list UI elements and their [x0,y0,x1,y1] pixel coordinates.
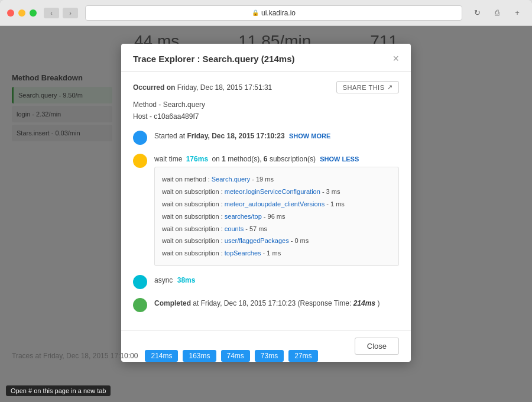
started-dot [133,131,147,145]
timeline-wait: wait time 176ms on 1 method(s), 6 subscr… [133,153,399,266]
wait-label: wait time [154,155,182,163]
wait-sub-2-link[interactable]: meteor_autoupdate_clientVersions [225,200,325,208]
wait-details: wait on method : Search.query - 19 ms wa… [154,167,399,266]
modal-title: Trace Explorer : Search.query (214ms) [133,54,294,64]
url-text: ui.kadira.io [261,9,296,17]
browser-window: ‹ › 🔒 ui.kadira.io ↻ ⎙ + 44 ms 11.85/min… [0,0,532,402]
wait-method-link[interactable]: Search.query [212,176,250,183]
show-more-button[interactable]: SHOW MORE [289,132,330,140]
address-bar[interactable]: 🔒 ui.kadira.io [85,5,462,21]
occurred-on-text: Occurred on Friday, Dec 18, 2015 17:51:3… [133,83,272,92]
wait-time-value: 176ms [186,155,208,163]
share-button[interactable]: SHARE THIS ↗ [336,81,399,93]
host-line: Host - c10a6aa489f7 [133,112,399,121]
wait-detail-0-value: 19 ms [256,176,274,183]
reload-button[interactable]: ↻ [469,8,485,18]
page-content: 44 ms 11.85/min 711 Method Breakdown Sea… [0,26,532,402]
lock-icon: 🔒 [252,9,259,16]
browser-actions: ↻ ⎙ + [469,8,525,18]
share-label: SHARE THIS [343,84,385,91]
maximize-traffic-light[interactable] [30,9,37,17]
share-icon: ↗ [387,83,393,91]
timeline-started: Started at Friday, Dec 18, 2015 17:10:23… [133,130,399,145]
completed-content: Completed at Friday, Dec 18, 2015 17:10:… [154,297,399,307]
trace-badge-0[interactable]: 214ms [145,350,178,362]
completed-label: Completed [154,299,191,307]
modal-body: Occurred on Friday, Dec 18, 2015 17:51:3… [121,72,411,330]
browser-titlebar: ‹ › 🔒 ui.kadira.io ↻ ⎙ + [0,0,532,26]
wait-detail-1: wait on subscription : meteor.loginServi… [162,186,391,198]
traces-bar: Traces at Friday, Dec 18, 2015 17:10:00 … [12,350,520,362]
forward-button[interactable]: › [63,8,78,18]
close-paren: ) [377,299,379,307]
timeline-completed: Completed at Friday, Dec 18, 2015 17:10:… [133,297,399,312]
method-line: Method - Search.query [133,100,399,109]
started-content: Started at Friday, Dec 18, 2015 17:10:23… [154,130,399,140]
trace-badge-4[interactable]: 27ms [288,350,317,362]
modal-header: Trace Explorer : Search.query (214ms) × [121,44,411,72]
wait-methods-label: method(s), [228,155,261,163]
wait-detail-2: wait on subscription : meteor_autoupdate… [162,198,391,210]
wait-on-label: on [212,155,219,163]
show-less-button[interactable]: SHOW LESS [320,155,359,163]
started-date: Friday, Dec 18, 2015 17:10:23 [187,132,284,140]
async-value: 38ms [177,276,196,284]
bottom-tooltip: Open # on this page in a new tab [6,385,111,396]
started-label: Started at [154,132,185,140]
new-tab-button[interactable]: + [510,8,525,18]
wait-detail-4: wait on subscription : counts - 57 ms [162,223,391,235]
wait-detail-6: wait on subscription : topSearches - 1 m… [162,247,391,260]
occurred-date: Friday, Dec 18, 2015 17:51:31 [177,83,273,92]
share-button[interactable]: ⎙ [489,8,505,18]
occurred-label: Occurred on [133,83,175,92]
wait-detail-5: wait on subscription : user/flaggedPacka… [162,235,391,247]
bottom-section: Traces at Friday, Dec 18, 2015 17:10:00 … [0,350,532,367]
timeline-async: async 38ms [133,274,399,289]
wait-sub-3-link[interactable]: searches/top [225,213,262,220]
modal-dialog: Trace Explorer : Search.query (214ms) × … [121,44,411,362]
completed-at: at Friday, Dec 18, 2015 17:10:23 [193,299,296,307]
response-time-value: 214ms [353,299,375,307]
async-dot [133,275,147,289]
back-button[interactable]: ‹ [44,8,59,18]
traffic-lights [7,9,37,17]
wait-detail-0: wait on method : Search.query - 19 ms [162,173,391,186]
close-traffic-light[interactable] [7,9,14,17]
wait-methods-count: 1 [222,155,226,163]
wait-detail-3: wait on subscription : searches/top - 96… [162,210,391,223]
completed-dot [133,298,147,312]
wait-subs-count: 6 [264,155,268,163]
async-label: async [154,276,173,284]
modal-overlay: Trace Explorer : Search.query (214ms) × … [0,26,532,402]
wait-subs-label: subscription(s) [270,155,316,163]
wait-content: wait time 176ms on 1 method(s), 6 subscr… [154,153,399,266]
wait-sub-6-link[interactable]: topSearches [225,249,261,257]
trace-badge-1[interactable]: 163ms [183,350,216,362]
minimize-traffic-light[interactable] [18,9,25,17]
modal-close-button[interactable]: × [392,53,399,64]
occurred-on-row: Occurred on Friday, Dec 18, 2015 17:51:3… [133,81,399,93]
timeline: Started at Friday, Dec 18, 2015 17:10:23… [133,130,399,312]
wait-dot [133,154,147,168]
wait-sub-4-link[interactable]: counts [225,225,244,232]
nav-buttons: ‹ › [44,8,78,18]
trace-badge-3[interactable]: 73ms [255,350,284,362]
wait-sub-1-link[interactable]: meteor.loginServiceConfiguration [225,188,320,195]
traces-label: Traces at Friday, Dec 18, 2015 17:10:00 [12,352,138,360]
wait-sub-5-link[interactable]: user/flaggedPackages [225,237,289,244]
async-content: async 38ms [154,274,399,284]
trace-badge-2[interactable]: 74ms [221,350,250,362]
